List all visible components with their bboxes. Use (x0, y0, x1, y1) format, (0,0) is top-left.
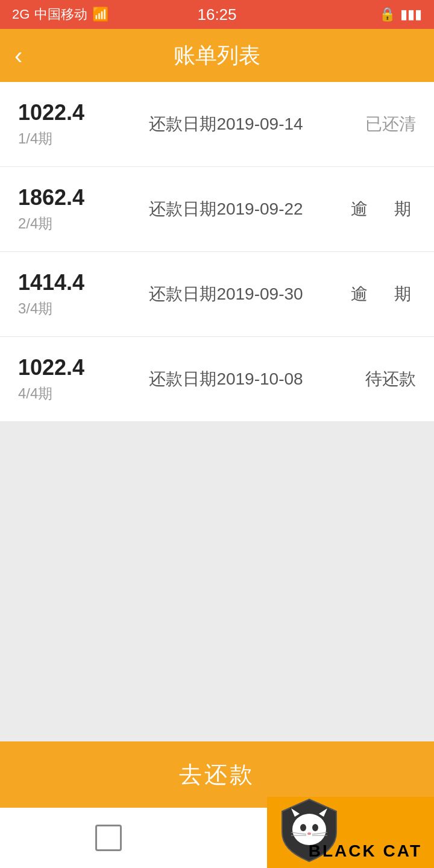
item-amount-section: 1862.4 2/4期 (18, 185, 127, 233)
item-amount: 1862.4 (18, 185, 127, 210)
item-due-date: 还款日期2019-09-14 (127, 113, 326, 136)
item-due-date: 还款日期2019-10-08 (127, 368, 326, 391)
status-bar: 2G 中国移动 📶 16:25 🔒 ▮▮▮ (0, 0, 434, 29)
item-period: 1/4期 (18, 129, 127, 148)
item-status: 逾 期 (326, 198, 416, 221)
item-amount: 1022.4 (18, 355, 127, 380)
svg-point-5 (300, 824, 306, 831)
item-status: 逾 期 (326, 283, 416, 306)
item-amount-section: 1022.4 1/4期 (18, 100, 127, 148)
item-status: 待还款 (326, 368, 416, 391)
svg-point-6 (312, 824, 318, 831)
nav-back-button[interactable] (90, 820, 127, 856)
list-item[interactable]: 1414.4 3/4期 还款日期2019-09-30 逾 期 (0, 252, 434, 337)
svg-point-0 (292, 814, 326, 845)
status-right: 🔒 ▮▮▮ (379, 7, 422, 22)
black-cat-watermark: BLACK CAT (267, 797, 434, 868)
item-period: 3/4期 (18, 299, 127, 318)
list-item[interactable]: 1022.4 4/4期 还款日期2019-10-08 待还款 (0, 337, 434, 422)
battery-icon: ▮▮▮ (400, 7, 422, 22)
svg-point-7 (307, 832, 311, 835)
lock-icon: 🔒 (379, 7, 395, 22)
status-time: 16:25 (197, 5, 236, 24)
nav-square-icon (95, 825, 122, 851)
item-due-date: 还款日期2019-09-30 (127, 283, 326, 306)
list-item[interactable]: 1862.4 2/4期 还款日期2019-09-22 逾 期 (0, 167, 434, 252)
wifi-icon: 📶 (92, 7, 108, 22)
status-left: 2G 中国移动 📶 (12, 5, 108, 24)
bill-list: 1022.4 1/4期 还款日期2019-09-14 已还清 1862.4 2/… (0, 82, 434, 422)
page-title: 账单列表 (174, 41, 260, 71)
empty-area (0, 422, 434, 741)
item-period: 4/4期 (18, 384, 127, 403)
header: ‹ 账单列表 (0, 29, 434, 82)
back-button[interactable]: ‹ (14, 43, 22, 68)
item-due-date: 还款日期2019-09-22 (127, 198, 326, 221)
nav-bar: BLACK CAT (0, 808, 434, 868)
carrier-label: 中国移动 (34, 5, 87, 24)
item-period: 2/4期 (18, 214, 127, 233)
repayment-button-label: 去还款 (179, 760, 255, 790)
item-amount-section: 1022.4 4/4期 (18, 355, 127, 403)
signal-icon: 2G (12, 7, 30, 22)
list-item[interactable]: 1022.4 1/4期 还款日期2019-09-14 已还清 (0, 82, 434, 167)
black-cat-text: BLACK CAT (309, 841, 422, 861)
item-amount: 1414.4 (18, 270, 127, 295)
item-amount: 1022.4 (18, 100, 127, 125)
item-amount-section: 1414.4 3/4期 (18, 270, 127, 318)
item-status: 已还清 (326, 113, 416, 136)
